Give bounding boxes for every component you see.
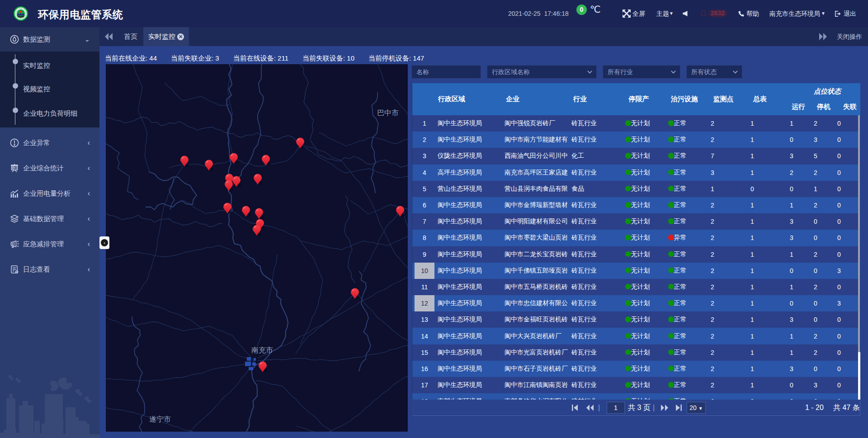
svg-text:南充市: 南充市 xyxy=(251,346,273,354)
svg-text:遂宁市: 遂宁市 xyxy=(149,415,171,423)
svg-text:巴中市: 巴中市 xyxy=(377,109,399,117)
